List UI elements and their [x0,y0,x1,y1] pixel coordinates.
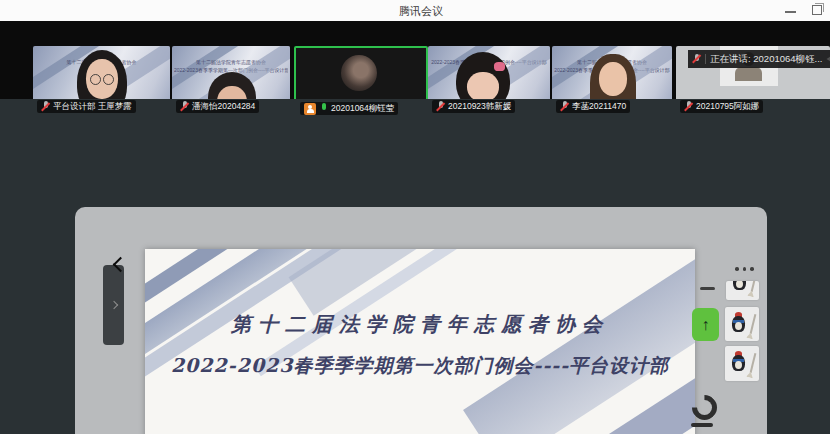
mic-muted-icon [692,54,701,65]
divider [705,54,706,64]
avatar [341,55,377,91]
now-speaking-banner[interactable]: 正在讲话: 20201064柳钰... [688,50,830,68]
participant-name-label: 20210923韩新媛 [432,100,515,113]
minimize-icon[interactable] [785,11,796,13]
chevron-left-icon [826,55,830,64]
glasses [89,74,115,84]
participant-name-label: 20210795阿如娜 [680,100,763,113]
mic-muted-icon [560,101,569,112]
participant-name-label: 平台设计部 王厘梦露 [37,100,136,113]
mic-muted-icon [41,101,50,112]
slide-title-line1: 第十二届法学院青年志愿者协会 [145,311,695,338]
presentation-slide: 第十二届法学院青年志愿者协会 2022-2023春季季学期第一次部门例会----… [145,249,695,434]
participant-name-label: 李菡20211470 [556,100,630,113]
mic-muted-icon [684,101,693,112]
shared-screen-canvas: 第十二届法学院青年志愿者协会 2022-2023春季季学期第一次部门例会----… [75,207,767,434]
shared-screen-region: 第十二届法学院青年志愿者协会 2022-2023春季季学期第一次部门例会----… [0,99,830,434]
meeting-window: 腾讯会议 第十二届法学院青年志愿者协会 平台设计部 王厘梦露 第十二届法学院青年… [0,0,830,434]
slide-title-line2: 2022-2023春季季学期第一次部门例会----平台设计部 [145,353,695,379]
penguin-sticker [725,346,759,381]
penguin-sticker [726,281,759,300]
participant-name-label: 潘海怡20204284 [176,100,259,113]
more-options-icon[interactable] [735,267,754,271]
window-title: 腾讯会议 [399,4,443,19]
divider-dash [700,287,715,290]
title-bar: 腾讯会议 [0,0,830,22]
partial-glyph [691,395,715,429]
collapsed-panel-tab[interactable] [103,265,124,345]
now-speaking-text: 正在讲话: 20201064柳钰... [710,53,822,66]
mini-slide-text: 第十二届法学院青年志愿者协会 [174,59,288,65]
chevron-right-icon [109,301,117,309]
mic-muted-icon [436,101,445,112]
presenter-badge-icon [304,103,316,115]
mic-muted-icon [180,101,189,112]
mic-on-icon [319,103,328,114]
penguin-sticker [725,307,759,341]
hair-clip [494,62,505,71]
send-arrow-button[interactable]: ↑ [692,308,719,341]
participant-name-label: 20201064柳钰莹 [300,102,398,115]
restore-window-icon[interactable] [812,5,822,15]
